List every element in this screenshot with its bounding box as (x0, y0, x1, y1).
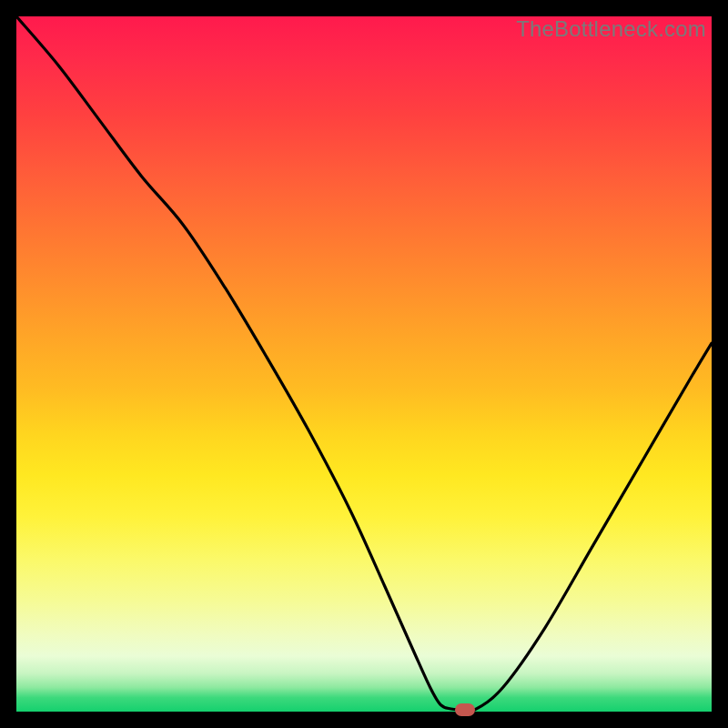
plot-area: TheBottleneck.com (16, 16, 712, 712)
bottleneck-curve (16, 16, 712, 712)
curve-path (16, 16, 712, 712)
optimal-marker (455, 703, 475, 716)
chart-frame: TheBottleneck.com (0, 0, 728, 728)
